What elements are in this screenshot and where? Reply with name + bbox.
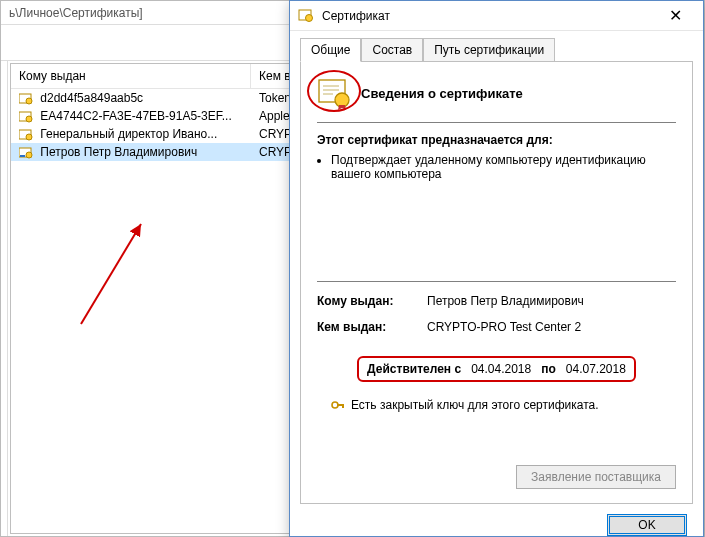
tab-general-page: Сведения о сертификате Этот сертификат п… [300, 61, 693, 504]
valid-to: 04.07.2018 [566, 362, 626, 376]
issued-to-value: Петров Петр Владимирович [427, 294, 676, 308]
svg-point-11 [306, 14, 313, 21]
ok-label: OK [638, 518, 655, 532]
close-button[interactable]: ✕ [655, 2, 695, 30]
divider [317, 122, 676, 123]
certificate-icon [298, 8, 314, 24]
issued-by-row: Кем выдан: CRYPTO-PRO Test Center 2 [317, 320, 676, 334]
ok-button[interactable]: OK [607, 514, 687, 536]
tab-general[interactable]: Общие [300, 38, 361, 62]
cell-issued-to: EA4744C2-FA3E-47EB-91A5-3EF... [40, 109, 231, 123]
cert-manager-tree-spacer [1, 61, 8, 536]
key-icon [331, 398, 345, 412]
svg-rect-8 [20, 155, 25, 157]
purpose-list: Подтверждает удаленному компьютеру идент… [331, 153, 676, 181]
certificate-dialog: Сертификат ✕ Общие Состав Путь сертифика… [289, 0, 704, 537]
validity-row: Действителен с 04.04.2018 по 04.07.2018 [357, 356, 636, 382]
tab-details-label: Состав [372, 43, 412, 57]
svg-point-7 [26, 152, 32, 158]
supplier-statement-label: Заявление поставщика [531, 470, 661, 484]
cert-info-block: Кому выдан: Петров Петр Владимирович Кем… [317, 281, 676, 412]
certificate-icon [19, 93, 33, 105]
issued-by-value: CRYPTO-PRO Test Center 2 [427, 320, 676, 334]
dialog-titlebar[interactable]: Сертификат ✕ [290, 1, 703, 31]
cell-issued-to: Петров Петр Владимирович [40, 145, 197, 159]
tab-certpath[interactable]: Путь сертификации [423, 38, 555, 62]
tab-general-label: Общие [311, 43, 350, 57]
svg-point-5 [26, 134, 32, 140]
valid-prefix: Действителен с [367, 362, 461, 376]
tabstrip: Общие Состав Путь сертификации [290, 31, 703, 61]
certificate-icon [19, 111, 33, 123]
certificate-large-icon [317, 76, 351, 110]
cert-info-headline: Сведения о сертификате [361, 86, 523, 101]
svg-point-16 [335, 93, 349, 107]
valid-mid: по [541, 362, 556, 376]
purpose-item: Подтверждает удаленному компьютеру идент… [331, 153, 676, 181]
supplier-statement-button: Заявление поставщика [516, 465, 676, 489]
private-key-text: Есть закрытый ключ для этого сертификата… [351, 398, 599, 412]
dialog-title: Сертификат [322, 9, 655, 23]
tab-certpath-label: Путь сертификации [434, 43, 544, 57]
issued-to-label: Кому выдан: [317, 294, 427, 308]
svg-rect-19 [342, 404, 344, 408]
svg-point-1 [26, 98, 32, 104]
cert-info-header: Сведения о сертификате [317, 76, 676, 110]
svg-line-9 [81, 224, 141, 324]
cell-issued-to: d2dd4f5a849aab5c [40, 91, 143, 105]
issued-by-label: Кем выдан: [317, 320, 427, 334]
certificate-icon [19, 129, 33, 141]
certificate-with-key-icon [19, 147, 33, 159]
svg-point-3 [26, 116, 32, 122]
issued-to-row: Кому выдан: Петров Петр Владимирович [317, 294, 676, 308]
cert-manager-path: ь\Личное\Сертификаты] [9, 6, 143, 20]
private-key-note: Есть закрытый ключ для этого сертификата… [331, 398, 662, 412]
tab-details[interactable]: Состав [361, 38, 423, 62]
valid-from: 04.04.2018 [471, 362, 531, 376]
purpose-title: Этот сертификат предназначается для: [317, 133, 676, 147]
annotation-arrow [71, 214, 181, 334]
close-icon: ✕ [669, 6, 682, 25]
dialog-footer: OK [290, 514, 703, 537]
col-issued-to[interactable]: Кому выдан [11, 64, 251, 88]
cell-issued-to: Генеральный директор Ивано... [40, 127, 217, 141]
